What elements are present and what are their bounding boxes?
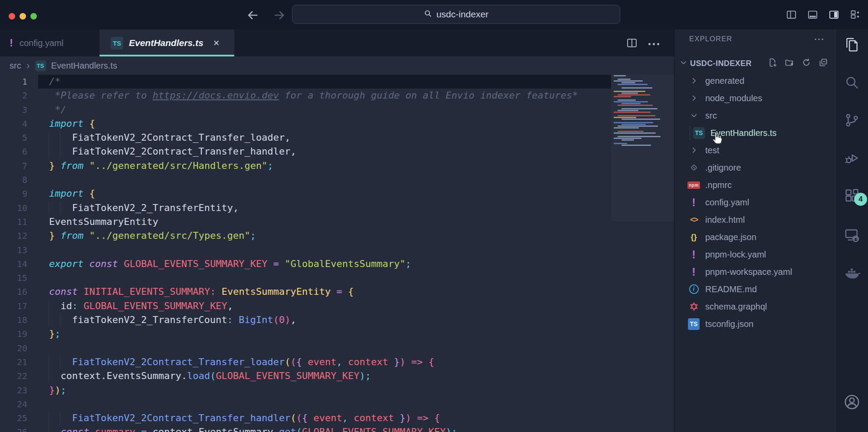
window-controls — [9, 13, 37, 20]
breadcrumb-folder[interactable]: src — [10, 61, 21, 71]
line-number: 14 — [0, 257, 27, 271]
code-line[interactable]: 21 FiatTokenV2_2Contract_Transfer_loader… — [0, 355, 674, 369]
split-editor-icon[interactable] — [626, 37, 638, 51]
minimize-window-button[interactable] — [20, 13, 26, 20]
code-line[interactable]: 10 FiatTokenV2_2_TransferEntity, — [0, 201, 674, 215]
close-tab-icon[interactable]: × — [214, 38, 220, 48]
close-window-button[interactable] — [9, 13, 15, 20]
json-braces-icon: {} — [687, 233, 700, 242]
yaml-exclamation-icon: ! — [687, 248, 700, 261]
file-row--gitignore[interactable]: .gitignore — [674, 159, 835, 176]
activity-bar: 4 — [835, 30, 868, 432]
account-icon[interactable] — [843, 393, 861, 411]
file-label: index.html — [705, 215, 745, 225]
explorer-more-icon[interactable]: ⋯ — [814, 37, 825, 41]
code-line[interactable]: 13 — [0, 243, 674, 257]
code-line[interactable]: 8 — [0, 173, 674, 187]
refresh-icon[interactable] — [801, 57, 812, 69]
editor: ! config.yaml TS EventHandlers.ts × src … — [0, 30, 674, 432]
code-line[interactable]: 4import { — [0, 117, 674, 131]
file-row-test[interactable]: test — [674, 142, 835, 159]
file-row-index-html[interactable]: <>index.html — [674, 211, 835, 228]
file-label: src — [705, 111, 717, 121]
code-line[interactable]: 14export const GLOBAL_EVENTS_SUMMARY_KEY… — [0, 257, 674, 271]
file-row-src[interactable]: src — [674, 107, 835, 124]
code-line[interactable]: 20 — [0, 341, 674, 355]
code-line[interactable]: 23}); — [0, 383, 674, 397]
file-row-tsconfig-json[interactable]: TStsconfig.json — [674, 315, 835, 333]
extensions-badge: 4 — [854, 193, 867, 206]
file-row-package-json[interactable]: {}package.json — [674, 228, 835, 246]
code-line[interactable]: 9import { — [0, 187, 674, 201]
file-label: .npmrc — [705, 180, 732, 190]
code-line[interactable]: 6 FiatTokenV2_2Contract_Transfer_handler… — [0, 145, 674, 158]
chevron-right-icon — [687, 146, 700, 154]
file-row-pnpm-lock-yaml[interactable]: !pnpm-lock.yaml — [674, 246, 835, 263]
code-line[interactable]: 11EventsSummaryEntity — [0, 215, 674, 229]
chevron-down-icon — [687, 112, 700, 119]
code-line[interactable]: 1/* — [0, 75, 674, 89]
run-debug-icon[interactable] — [844, 150, 860, 166]
toggle-bottom-panel-icon[interactable] — [807, 9, 819, 22]
code-line[interactable]: 24 — [0, 397, 674, 411]
code-line[interactable]: 18 fiatTokenV2_2_TransferCount: BigInt(0… — [0, 313, 674, 327]
breadcrumb-file[interactable]: EventHandlers.ts — [51, 61, 117, 71]
file-row-readme-md[interactable]: iREADME.md — [674, 280, 835, 298]
code-line[interactable]: 5 FiatTokenV2_2Contract_Transfer_loader, — [0, 131, 674, 145]
remote-explorer-icon[interactable] — [843, 227, 861, 244]
search-activity-icon[interactable] — [844, 74, 860, 91]
source-control-icon[interactable] — [844, 112, 860, 129]
file-label: pnpm-workspace.yaml — [705, 267, 792, 277]
file-row-generated[interactable]: generated — [674, 72, 835, 89]
file-row--npmrc[interactable]: npm.npmrc — [674, 176, 835, 194]
file-label: pnpm-lock.yaml — [705, 250, 766, 260]
file-row-eventhandlers-ts[interactable]: TSEventHandlers.ts — [674, 124, 835, 142]
new-folder-icon[interactable] — [784, 57, 795, 69]
explorer-activity-icon[interactable] — [843, 36, 861, 53]
zoom-window-button[interactable] — [30, 13, 37, 20]
code-line[interactable]: 25 FiatTokenV2_2Contract_Transfer_handle… — [0, 411, 674, 425]
code-line[interactable]: 26 const summary = context.EventsSummary… — [0, 425, 674, 432]
minimap[interactable] — [611, 75, 665, 148]
code-line[interactable]: 22 context.EventsSummary.load(GLOBAL_EVE… — [0, 369, 674, 383]
code-line[interactable]: 3 */ — [0, 103, 674, 117]
code-line[interactable]: 19}; — [0, 327, 674, 341]
line-number: 13 — [0, 243, 27, 257]
toggle-right-panel-icon[interactable] — [828, 9, 840, 22]
project-search[interactable]: usdc-indexer — [292, 5, 620, 24]
git-icon — [687, 163, 700, 172]
file-row-config-yaml[interactable]: !config.yaml — [674, 194, 835, 211]
tab-eventhandlers-ts[interactable]: TS EventHandlers.ts × — [99, 30, 234, 56]
more-actions-icon[interactable] — [648, 43, 659, 45]
file-row-pnpm-workspace-yaml[interactable]: !pnpm-workspace.yaml — [674, 263, 835, 280]
line-number: 21 — [0, 355, 27, 369]
line-number: 26 — [0, 425, 27, 432]
project-name: USDC-INDEXER — [690, 59, 752, 68]
file-label: README.md — [705, 284, 757, 294]
yaml-file-icon: ! — [10, 37, 13, 49]
code-line[interactable]: 17 id: GLOBAL_EVENTS_SUMMARY_KEY, — [0, 299, 674, 313]
line-number: 19 — [0, 327, 27, 341]
code-line[interactable]: 16const INITIAL_EVENTS_SUMMARY: EventsSu… — [0, 285, 674, 299]
code-line[interactable]: 12} from "../generated/src/Types.gen"; — [0, 229, 674, 243]
collapse-all-icon[interactable] — [818, 57, 829, 69]
mouse-cursor — [710, 131, 724, 148]
docker-icon[interactable] — [843, 264, 861, 282]
project-root-row[interactable]: USDC-INDEXER — [674, 56, 835, 70]
file-row-node-modules[interactable]: node_modules — [674, 89, 835, 107]
back-arrow-icon[interactable] — [246, 9, 260, 22]
customize-layout-icon[interactable] — [849, 9, 861, 22]
code-line[interactable]: 2 *Please refer to https://docs.envio.de… — [0, 89, 674, 102]
code-line[interactable]: 15 — [0, 271, 674, 285]
code-line[interactable]: 7} from "../generated/src/Handlers.gen"; — [0, 159, 674, 173]
toggle-left-panel-icon[interactable] — [786, 9, 797, 22]
file-row-schema-graphql[interactable]: schema.graphql — [674, 298, 835, 315]
code-editor[interactable]: 1/*2 *Please refer to https://docs.envio… — [0, 75, 674, 432]
line-number: 18 — [0, 313, 27, 327]
forward-arrow-icon[interactable] — [272, 9, 286, 22]
code-lines: 1/*2 *Please refer to https://docs.envio… — [0, 75, 674, 432]
breadcrumb[interactable]: src › TS EventHandlers.ts — [0, 56, 674, 75]
search-value: usdc-indexer — [436, 9, 488, 20]
tab-config-yaml[interactable]: ! config.yaml — [0, 30, 91, 56]
new-file-icon[interactable] — [767, 57, 778, 69]
